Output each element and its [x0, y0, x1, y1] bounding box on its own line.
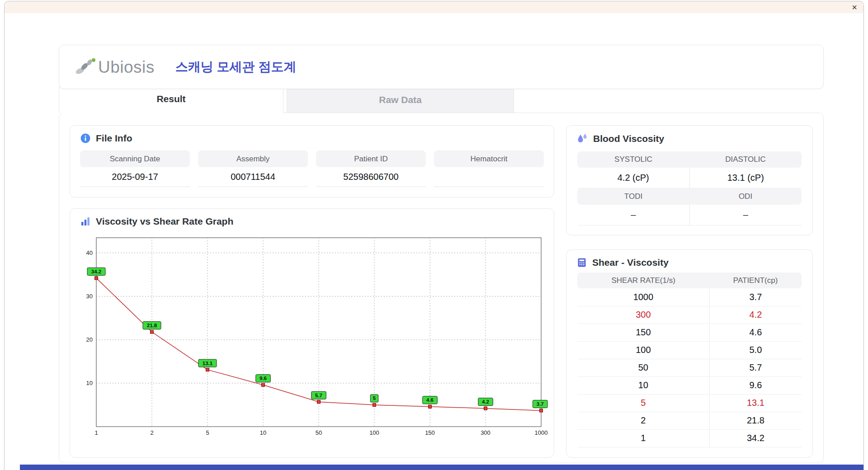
svg-text:150: 150	[425, 429, 435, 436]
field-hematocrit: Hematocrit	[434, 150, 544, 187]
blood-viscosity-card: Blood Viscosity SYSTOLIC DIASTOLIC 4.2 (…	[566, 125, 813, 235]
title-bar: ×	[5, 1, 863, 13]
shear-rate-cell: 2	[577, 412, 709, 429]
shear-rate-cell: 1000	[577, 288, 709, 306]
odi-label: ODI	[689, 188, 802, 205]
table-row: 221.8	[577, 412, 802, 429]
shear-rate-cell: 5	[577, 394, 709, 412]
svg-text:13.1: 13.1	[203, 361, 213, 366]
patient-viscosity-cell: 5.0	[709, 341, 802, 359]
shear-rate-cell: 150	[577, 324, 709, 341]
svg-text:10: 10	[86, 380, 93, 386]
shear-viscosity-title: Shear - Viscosity	[592, 257, 669, 268]
todi-value: –	[577, 205, 689, 226]
systolic-value: 4.2 (cP)	[577, 168, 689, 188]
viscosity-graph-card: Viscosity vs Shear Rate Graph 1020304012…	[70, 208, 554, 458]
svg-text:2: 2	[150, 429, 153, 436]
diastolic-value: 13.1 (cP)	[689, 168, 802, 188]
patient-viscosity-cell: 34.2	[709, 429, 802, 447]
svg-text:34.2: 34.2	[91, 269, 101, 274]
calculator-icon	[576, 257, 587, 268]
svg-text:50: 50	[316, 429, 322, 436]
info-icon	[80, 133, 91, 144]
patient-viscosity-cell: 21.8	[709, 412, 802, 429]
shear-rate-cell: 300	[577, 306, 709, 324]
bottom-accent-bar	[20, 465, 863, 470]
svg-text:5.7: 5.7	[315, 393, 322, 398]
file-info-header: File Info	[70, 126, 554, 144]
svg-text:5: 5	[373, 395, 376, 401]
file-info-fields: Scanning Date 2025-09-17 Assembly 000711…	[70, 144, 554, 187]
logo: Ubiosis	[75, 57, 155, 76]
tab-raw-data[interactable]: Raw Data	[287, 85, 514, 113]
blood-viscosity-header: Blood Viscosity	[566, 126, 812, 145]
logo-leaf-icon	[75, 57, 97, 76]
svg-text:30: 30	[86, 293, 93, 300]
viscosity-chart: 102030401251050100150300100034.221.813.1…	[76, 231, 548, 442]
field-patient-id: Patient ID 52598606700	[316, 150, 426, 187]
odi-value: –	[689, 205, 802, 226]
svg-text:40: 40	[86, 249, 93, 256]
patient-viscosity-cell: 4.6	[709, 324, 802, 341]
graph-title: Viscosity vs Shear Rate Graph	[96, 216, 233, 227]
svg-text:4.2: 4.2	[482, 399, 489, 404]
patient-viscosity-cell: 9.6	[709, 376, 802, 394]
shear-rate-cell: 10	[577, 376, 709, 394]
blood-viscosity-title: Blood Viscosity	[593, 133, 664, 144]
shear-viscosity-table: SHEAR RATE(1/s) PATIENT(cp) 10003.73004.…	[577, 273, 802, 447]
diastolic-label: DIASTOLIC	[689, 151, 802, 168]
shear-rate-cell: 50	[577, 359, 709, 376]
field-label: Scanning Date	[80, 150, 190, 167]
svg-text:9.6: 9.6	[259, 376, 267, 381]
svg-text:10: 10	[260, 429, 266, 436]
app-window: × Ubiosis 스캐닝 모세관 점도계 Result Raw Data Fi…	[4, 1, 864, 470]
patient-viscosity-cell: 5.7	[709, 359, 802, 376]
patient-viscosity-cell: 4.2	[709, 306, 802, 324]
shear-viscosity-card: Shear - Viscosity SHEAR RATE(1/s) PATIEN…	[566, 249, 813, 458]
field-value	[434, 167, 544, 187]
shear-rate-cell: 100	[577, 341, 709, 359]
field-scanning-date: Scanning Date 2025-09-17	[80, 150, 190, 187]
chart-area: 102030401251050100150300100034.221.813.1…	[70, 227, 554, 442]
droplets-icon	[576, 133, 588, 145]
svg-text:4.6: 4.6	[426, 397, 434, 403]
svg-text:21.8: 21.8	[147, 323, 157, 328]
svg-text:20: 20	[86, 336, 93, 343]
shear-viscosity-body: 10003.73004.21504.61005.0505.7109.6513.1…	[577, 288, 802, 447]
field-label: Assembly	[198, 150, 308, 167]
page-title: 스캐닝 모세관 점도계	[175, 58, 297, 75]
patient-column-header: PATIENT(cp)	[709, 273, 802, 288]
field-value: 2025-09-17	[80, 167, 190, 187]
field-value: 52598606700	[316, 167, 426, 187]
table-row: 505.7	[577, 359, 802, 376]
file-info-card: File Info Scanning Date 2025-09-17 Assem…	[70, 125, 554, 197]
svg-text:300: 300	[481, 429, 491, 436]
patient-viscosity-cell: 13.1	[709, 394, 802, 412]
field-label: Hematocrit	[434, 150, 544, 167]
systolic-label: SYSTOLIC	[577, 151, 689, 168]
table-row: 3004.2	[577, 306, 802, 324]
bar-chart-icon	[80, 216, 91, 227]
table-row: 109.6	[577, 376, 802, 394]
file-info-title: File Info	[96, 133, 132, 144]
field-value: 000711544	[198, 167, 308, 187]
table-row: 1504.6	[577, 324, 802, 341]
svg-text:3.7: 3.7	[537, 401, 544, 407]
field-label: Patient ID	[316, 150, 426, 167]
table-row: 513.1	[577, 394, 802, 412]
graph-header: Viscosity vs Shear Rate Graph	[70, 209, 554, 227]
shear-rate-column-header: SHEAR RATE(1/s)	[577, 273, 709, 288]
shear-viscosity-header: Shear - Viscosity	[566, 250, 812, 268]
svg-text:1: 1	[94, 429, 98, 436]
close-icon[interactable]: ×	[852, 1, 857, 13]
patient-viscosity-cell: 3.7	[709, 288, 802, 306]
field-assembly: Assembly 000711544	[198, 150, 308, 187]
shear-rate-cell: 1	[577, 429, 709, 447]
svg-text:1000: 1000	[535, 429, 548, 436]
table-row: 134.2	[577, 429, 802, 447]
todi-label: TODI	[577, 188, 689, 205]
blood-viscosity-grid: SYSTOLIC DIASTOLIC 4.2 (cP) 13.1 (cP) TO…	[577, 151, 802, 226]
svg-text:5: 5	[206, 429, 209, 436]
table-row: 1005.0	[577, 341, 802, 359]
table-row: 10003.7	[577, 288, 802, 306]
